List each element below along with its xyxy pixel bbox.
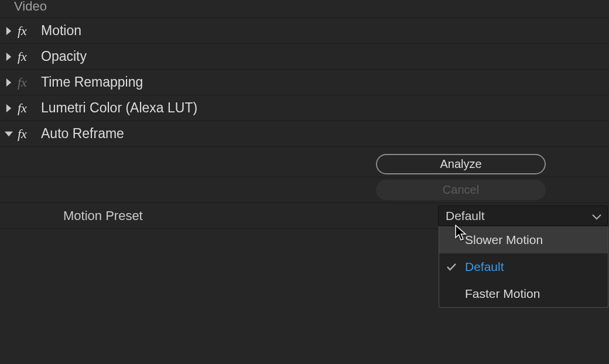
dropdown-option-faster-motion[interactable]: Faster Motion [439,280,608,307]
option-label: Default [465,260,504,274]
fx-badge[interactable]: fx [18,75,41,90]
fx-badge[interactable]: fx [18,101,41,116]
chevron-down-icon [592,209,601,223]
chevron-right-icon[interactable] [0,53,18,61]
effect-row-auto-reframe[interactable]: fx Auto Reframe [0,121,609,147]
dropdown-option-default[interactable]: Default [439,253,608,280]
effect-row-time-remapping[interactable]: fx Time Remapping [0,70,609,95]
effect-name: Time Remapping [41,74,143,90]
chevron-down-icon[interactable] [0,130,18,138]
motion-preset-label: Motion Preset [63,208,438,224]
dropdown-option-slower-motion[interactable]: Slower Motion [439,226,608,253]
option-label: Faster Motion [465,287,540,301]
check-icon [446,260,457,274]
effect-row-opacity[interactable]: fx Opacity [0,44,609,70]
chevron-right-icon[interactable] [0,78,18,87]
option-label: Slower Motion [465,233,543,247]
effect-name: Lumetri Color (Alexa LUT) [41,100,197,116]
effect-name: Motion [41,23,81,39]
effect-row-lumetri-color[interactable]: fx Lumetri Color (Alexa LUT) [0,95,609,121]
fx-badge[interactable]: fx [18,126,41,142]
chevron-right-icon[interactable] [0,104,18,112]
motion-preset-dropdown[interactable]: Default Slower Motion Default Faster Mot… [438,205,608,226]
fx-badge[interactable]: fx [18,23,41,39]
chevron-right-icon[interactable] [0,27,18,35]
video-section-label: Video [0,0,609,18]
motion-preset-options: Slower Motion Default Faster Motion [439,226,608,308]
effect-name: Opacity [41,49,87,64]
effect-row-motion[interactable]: fx Motion [0,18,609,44]
effect-name: Auto Reframe [41,126,124,142]
analyze-button[interactable]: Analyze [376,154,546,174]
dropdown-value: Default [446,209,485,223]
fx-badge[interactable]: fx [18,49,41,64]
cancel-button: Cancel [376,180,546,200]
